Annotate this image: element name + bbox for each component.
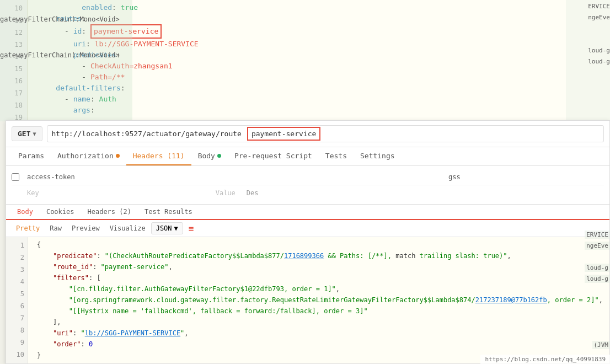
tab-headers[interactable]: Headers (11) — [126, 147, 191, 165]
format-wrap-icon[interactable]: ≡ — [189, 223, 194, 234]
json-line-5: "[cn.fllday.filter.AuthGatewayFilterFact… — [37, 283, 609, 295]
format-type-arrow: ▼ — [174, 224, 178, 232]
header-desc — [560, 175, 604, 179]
headers-table: access-token gss Key Value Des — [6, 166, 609, 205]
header-key: access-token — [24, 172, 441, 183]
json-line-1: { — [37, 239, 609, 250]
placeholder-value: Value — [212, 188, 239, 199]
right-decoration: ERVICE ngeEve loud-g loud-g — [566, 0, 610, 121]
url-input-container[interactable]: http://localhost:9527/actuator/gateway/r… — [47, 125, 604, 142]
placeholder-key: Key — [24, 188, 42, 199]
header-checkbox[interactable] — [12, 173, 19, 181]
sidebar-item-1: gatewayFilterChain):Mono<Void> — [0, 15, 120, 23]
right-text-cloud1: loud-g — [585, 264, 610, 272]
body-tabs-row: Body Cookies Headers (2) Test Results — [6, 205, 609, 220]
auth-dot — [116, 154, 120, 158]
placeholder-desc: Des — [243, 188, 287, 199]
format-pretty[interactable]: Pretty — [12, 223, 44, 234]
json-line-8: ], — [37, 317, 609, 328]
json-line-3: "route_id": "payment-service", — [37, 261, 609, 272]
tab-headers-label: Headers (11) — [133, 152, 185, 160]
header-value: gss — [445, 172, 555, 183]
body-dot — [217, 154, 221, 158]
tab-settings-label: Settings — [360, 152, 395, 160]
tab-tests-label: Tests — [325, 152, 347, 160]
tab-tests[interactable]: Tests — [319, 147, 354, 165]
json-area: 1 2 3 4 5 6 7 8 9 10 11 { "predicate": "… — [6, 237, 609, 363]
json-line-9: "uri": "lb://SGG-PAYMENT-SERVICE", — [37, 328, 609, 339]
tab-params-label: Params — [18, 152, 44, 160]
format-bar: Pretty Raw Preview Visualize JSON ▼ ≡ — [6, 220, 609, 237]
placeholder-row: Key Value Des — [12, 185, 604, 201]
json-line-10: "order": 0 — [37, 339, 609, 350]
tab-body[interactable]: Body — [191, 147, 228, 165]
format-type-select[interactable]: JSON ▼ — [151, 222, 183, 234]
body-subtab-cookies[interactable]: Cookies — [41, 205, 80, 219]
method-arrow: ▼ — [33, 131, 36, 137]
right-text-change: ngeEve — [585, 242, 610, 250]
tab-authorization-label: Authorization — [57, 152, 114, 160]
right-text-jvm: (JVM — [592, 341, 611, 349]
body-subtab-headers[interactable]: Headers (2) — [82, 205, 136, 219]
url-bar: GET ▼ http://localhost:9527/actuator/gat… — [6, 121, 609, 147]
url-highlight: payment-service — [247, 127, 320, 141]
tab-authorization[interactable]: Authorization — [51, 147, 126, 165]
format-raw[interactable]: Raw — [45, 223, 66, 234]
format-visualize[interactable]: Visualize — [105, 223, 150, 234]
format-type-label: JSON — [156, 224, 172, 232]
format-preview[interactable]: Preview — [67, 223, 104, 234]
bottom-bar: https://blog.csdn.net/qq_40991839 — [480, 355, 610, 364]
bottom-url: https://blog.csdn.net/qq_40991839 — [485, 356, 606, 363]
body-subtab-testresults[interactable]: Test Results — [139, 205, 198, 219]
url-base: http://localhost:9527/actuator/gateway/r… — [47, 127, 246, 141]
json-line-2: "predicate": "(CheckAuthRoutePredicateFa… — [37, 250, 609, 261]
tabs-row: Params Authorization Headers (11) Body P… — [6, 147, 609, 166]
right-text-service: ERVICE — [585, 231, 610, 239]
json-line-4: "filters": [ — [37, 272, 609, 283]
right-text-cloud2: loud-g — [585, 275, 610, 283]
body-subtab-body[interactable]: Body — [12, 205, 39, 220]
postman-panel: GET ▼ http://localhost:9527/actuator/gat… — [6, 120, 610, 364]
tab-prerequest[interactable]: Pre-request Script — [228, 147, 319, 165]
header-row-1: access-token gss — [12, 169, 604, 185]
method-label: GET — [18, 130, 30, 138]
sidebar-text: gatewayFilterChain):Mono<Void> gatewayFi… — [0, 0, 132, 121]
tab-prerequest-label: Pre-request Script — [234, 152, 312, 160]
json-line-numbers: 1 2 3 4 5 6 7 8 9 10 11 — [6, 237, 28, 363]
method-select[interactable]: GET ▼ — [12, 126, 42, 141]
tab-settings[interactable]: Settings — [354, 147, 402, 165]
json-line-6: "[org.springframework.cloud.gateway.filt… — [37, 295, 609, 306]
tab-params[interactable]: Params — [12, 147, 51, 165]
json-content: { "predicate": "(CheckAuthRoutePredicate… — [28, 237, 609, 363]
json-line-7: "[[Hystrix name = 'fallbackcmd', fallbac… — [37, 306, 609, 317]
tab-body-label: Body — [198, 152, 215, 160]
sidebar-item-2: gatewayFilterChain):Mono<Void> — [0, 51, 120, 59]
